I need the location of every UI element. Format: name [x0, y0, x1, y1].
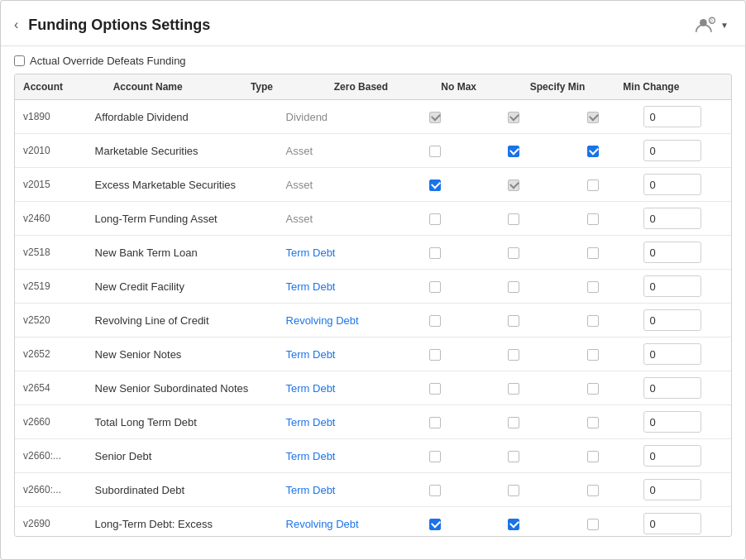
cell-min-change[interactable]: [635, 168, 731, 202]
cell-min-change[interactable]: [635, 337, 731, 371]
min-change-input[interactable]: [643, 343, 701, 365]
zero-based-checkbox[interactable]: [429, 349, 441, 361]
no-max-checkbox[interactable]: [508, 451, 519, 462]
cell-specify-min[interactable]: [550, 371, 636, 405]
cell-zero-based[interactable]: [392, 168, 478, 202]
cell-specify-min[interactable]: [550, 270, 636, 304]
cell-zero-based[interactable]: [392, 100, 478, 134]
cell-zero-based[interactable]: [392, 304, 478, 337]
no-max-checkbox[interactable]: [508, 519, 519, 530]
cell-no-max[interactable]: [478, 236, 550, 270]
specify-min-checkbox[interactable]: [587, 417, 599, 428]
cell-specify-min[interactable]: [550, 236, 636, 270]
min-change-input[interactable]: [643, 479, 701, 500]
cell-specify-min[interactable]: [550, 439, 636, 473]
no-max-checkbox[interactable]: [508, 417, 519, 428]
min-change-input[interactable]: [643, 445, 701, 467]
min-change-input[interactable]: [643, 174, 701, 195]
zero-based-checkbox[interactable]: [429, 451, 441, 462]
back-button[interactable]: ‹: [14, 17, 18, 32]
min-change-input[interactable]: [643, 377, 701, 399]
cell-min-change[interactable]: [635, 236, 731, 270]
cell-specify-min[interactable]: [550, 202, 636, 236]
cell-specify-min[interactable]: [550, 304, 636, 337]
specify-min-checkbox[interactable]: [587, 315, 599, 327]
table-scroll-area[interactable]: v1890Affordable DividendDividendv2010Mar…: [15, 100, 731, 536]
zero-based-checkbox[interactable]: [429, 247, 441, 259]
zero-based-checkbox[interactable]: [429, 315, 441, 327]
specify-min-checkbox[interactable]: [587, 112, 599, 123]
cell-min-change[interactable]: [635, 507, 731, 537]
no-max-checkbox[interactable]: [508, 112, 519, 123]
min-change-input[interactable]: [643, 106, 701, 127]
cell-min-change[interactable]: [635, 405, 731, 439]
cell-zero-based[interactable]: [392, 439, 478, 473]
cell-specify-min[interactable]: [550, 168, 636, 202]
cell-min-change[interactable]: [635, 100, 731, 134]
cell-min-change[interactable]: [635, 371, 731, 405]
cell-specify-min[interactable]: [550, 337, 636, 371]
cell-min-change[interactable]: [635, 304, 731, 337]
cell-no-max[interactable]: [478, 507, 550, 537]
cell-no-max[interactable]: [478, 304, 550, 337]
cell-no-max[interactable]: [478, 100, 550, 134]
cell-zero-based[interactable]: [392, 134, 478, 168]
cell-no-max[interactable]: [478, 202, 550, 236]
specify-min-checkbox[interactable]: [587, 519, 599, 530]
min-change-input[interactable]: [643, 309, 701, 331]
actual-override-label[interactable]: Actual Override Defeats Funding: [14, 55, 732, 67]
user-menu-button[interactable]: 0 ▼: [691, 12, 732, 37]
cell-zero-based[interactable]: [392, 270, 478, 304]
no-max-checkbox[interactable]: [508, 247, 519, 259]
cell-no-max[interactable]: [478, 439, 550, 473]
cell-min-change[interactable]: [635, 202, 731, 236]
no-max-checkbox[interactable]: [508, 315, 519, 327]
cell-no-max[interactable]: [478, 337, 550, 371]
zero-based-checkbox[interactable]: [429, 281, 441, 293]
cell-specify-min[interactable]: [550, 134, 636, 168]
no-max-checkbox[interactable]: [508, 146, 519, 157]
specify-min-checkbox[interactable]: [587, 281, 599, 293]
cell-type[interactable]: Term Debt: [278, 371, 393, 405]
cell-type[interactable]: Term Debt: [278, 236, 393, 270]
cell-type[interactable]: Term Debt: [278, 270, 393, 304]
cell-specify-min[interactable]: [550, 507, 636, 537]
cell-no-max[interactable]: [478, 473, 550, 507]
cell-type[interactable]: Term Debt: [278, 473, 393, 507]
cell-min-change[interactable]: [635, 134, 731, 168]
no-max-checkbox[interactable]: [508, 281, 519, 293]
no-max-checkbox[interactable]: [508, 179, 519, 191]
min-change-input[interactable]: [643, 242, 701, 263]
zero-based-checkbox[interactable]: [429, 417, 441, 428]
cell-zero-based[interactable]: [392, 473, 478, 507]
cell-specify-min[interactable]: [550, 473, 636, 507]
cell-type[interactable]: Revolving Debt: [278, 304, 393, 337]
cell-type[interactable]: Term Debt: [278, 337, 393, 371]
specify-min-checkbox[interactable]: [587, 451, 599, 462]
zero-based-checkbox[interactable]: [429, 146, 441, 157]
zero-based-checkbox[interactable]: [429, 112, 441, 123]
min-change-input[interactable]: [643, 208, 701, 229]
zero-based-checkbox[interactable]: [429, 383, 441, 395]
cell-no-max[interactable]: [478, 168, 550, 202]
cell-specify-min[interactable]: [550, 405, 636, 439]
specify-min-checkbox[interactable]: [587, 383, 599, 395]
actual-override-checkbox[interactable]: [14, 55, 25, 66]
specify-min-checkbox[interactable]: [587, 247, 599, 259]
cell-type[interactable]: Revolving Debt: [278, 507, 393, 537]
cell-specify-min[interactable]: [550, 100, 636, 134]
cell-zero-based[interactable]: [392, 371, 478, 405]
zero-based-checkbox[interactable]: [429, 519, 441, 530]
no-max-checkbox[interactable]: [508, 213, 519, 225]
min-change-input[interactable]: [643, 140, 701, 161]
cell-min-change[interactable]: [635, 473, 731, 507]
no-max-checkbox[interactable]: [508, 485, 519, 496]
cell-zero-based[interactable]: [392, 507, 478, 537]
cell-zero-based[interactable]: [392, 236, 478, 270]
no-max-checkbox[interactable]: [508, 349, 519, 361]
specify-min-checkbox[interactable]: [587, 179, 599, 191]
cell-zero-based[interactable]: [392, 202, 478, 236]
cell-type[interactable]: Term Debt: [278, 439, 393, 473]
cell-no-max[interactable]: [478, 270, 550, 304]
cell-zero-based[interactable]: [392, 405, 478, 439]
